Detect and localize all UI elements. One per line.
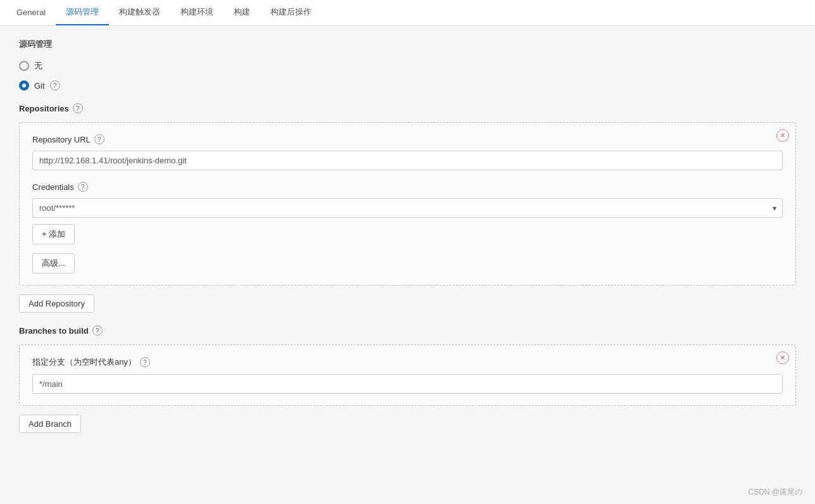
tab-post-build[interactable]: 构建后操作 <box>260 0 322 25</box>
repo-url-input[interactable] <box>32 151 783 170</box>
branch-specifier-input[interactable] <box>32 374 783 394</box>
tab-source-mgmt[interactable]: 源码管理 <box>56 0 109 25</box>
page-content: 源码管理 无 Git ? Repositories ? × Repository… <box>0 26 815 501</box>
watermark: CSDN @露尾の <box>748 487 802 498</box>
tab-build-trigger[interactable]: 构建触发器 <box>109 0 170 25</box>
repository-card: × Repository URL ? Credentials ? root/**… <box>19 122 796 286</box>
repo-url-help-icon[interactable]: ? <box>94 134 104 144</box>
tab-build-env[interactable]: 构建环境 <box>170 0 224 25</box>
credentials-select-wrapper: root/****** ▾ <box>32 198 783 218</box>
radio-group: 无 Git ? <box>19 60 796 91</box>
repo-url-label-row: Repository URL ? <box>32 134 783 144</box>
repositories-section-header: Repositories ? <box>19 103 796 113</box>
credentials-select[interactable]: root/****** <box>32 198 783 218</box>
radio-option-git[interactable]: Git ? <box>19 80 796 91</box>
tab-build[interactable]: 构建 <box>224 0 260 25</box>
radio-none-label: 无 <box>34 60 42 72</box>
branch-card: × 指定分支（为空时代表any） ? <box>19 344 796 406</box>
repositories-heading: Repositories <box>19 104 69 113</box>
credentials-help-icon[interactable]: ? <box>78 182 88 192</box>
branch-specifier-label: 指定分支（为空时代表any） <box>32 356 136 368</box>
advanced-button[interactable]: 高级... <box>32 253 75 274</box>
radio-git-circle[interactable] <box>19 80 29 91</box>
radio-none-circle[interactable] <box>19 61 29 71</box>
tabs-bar: General 源码管理 构建触发器 构建环境 构建 构建后操作 <box>0 0 815 26</box>
radio-git-label: Git <box>34 81 45 91</box>
git-help-icon[interactable]: ? <box>50 80 60 91</box>
branches-heading: Branches to build <box>19 326 89 336</box>
branch-close-button[interactable]: × <box>776 351 789 364</box>
branches-section-header: Branches to build ? <box>19 325 796 336</box>
repositories-help-icon[interactable]: ? <box>73 103 83 113</box>
radio-option-none[interactable]: 无 <box>19 60 796 72</box>
branches-help-icon[interactable]: ? <box>92 325 103 336</box>
branch-specifier-help-icon[interactable]: ? <box>140 357 150 367</box>
add-repository-wrapper: Add Repository <box>19 294 796 313</box>
credentials-label-row: Credentials ? <box>32 182 783 192</box>
add-branch-button[interactable]: Add Branch <box>19 415 81 433</box>
add-credentials-button[interactable]: + 添加 <box>32 224 75 244</box>
repo-url-label: Repository URL <box>32 135 91 144</box>
repository-close-button[interactable]: × <box>776 129 789 142</box>
tab-general[interactable]: General <box>6 1 56 25</box>
branch-specifier-label-row: 指定分支（为空时代表any） ? <box>32 356 783 368</box>
section-title: 源码管理 <box>19 39 796 50</box>
add-branch-wrapper: Add Branch <box>19 415 796 433</box>
add-repository-button[interactable]: Add Repository <box>19 294 94 313</box>
credentials-label: Credentials <box>32 182 74 192</box>
